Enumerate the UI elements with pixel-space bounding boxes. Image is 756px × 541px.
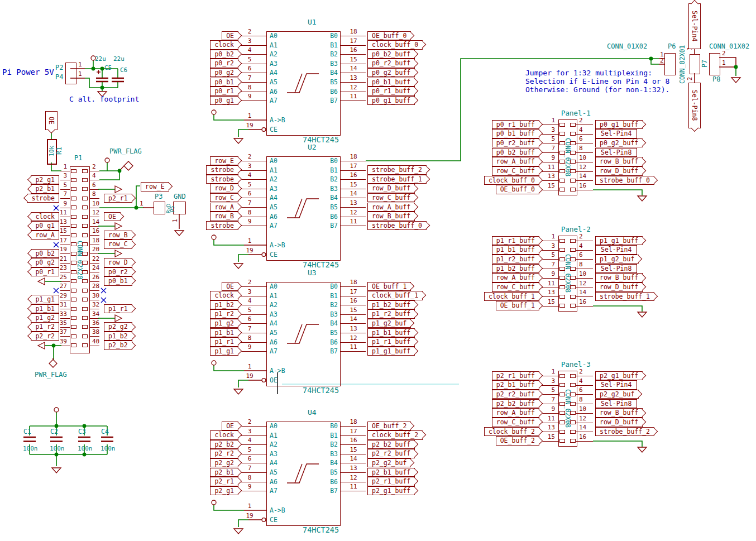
net-label[interactable]: row_E xyxy=(210,156,238,166)
net-label[interactable]: p1_g1_buff xyxy=(367,347,415,356)
net-label[interactable]: p1_r2 xyxy=(210,309,238,319)
net-label[interactable]: clock_buff_0 xyxy=(484,176,539,185)
net-label[interactable]: p0_b1 xyxy=(210,78,238,87)
net-label[interactable]: strobe_buff_0 xyxy=(595,176,654,185)
net-label[interactable]: row_B xyxy=(210,212,238,221)
net-label[interactable]: OE_buff_1 xyxy=(367,282,411,291)
net-label[interactable]: p2_r1_buff xyxy=(367,477,415,486)
net-label[interactable]: Sel-Pin8 xyxy=(595,399,637,409)
sel-pin8-global-label[interactable]: Sel-Pin8 xyxy=(688,83,701,128)
net-label[interactable]: p1_g2_buf xyxy=(595,255,639,264)
net-label[interactable]: p2_b1 xyxy=(31,184,59,194)
net-label[interactable]: p1_b2_buff xyxy=(367,300,415,310)
net-label[interactable]: p0_b1_buff xyxy=(492,129,539,138)
net-label[interactable]: clock_buff_1 xyxy=(484,292,539,301)
net-label[interactable]: row_A_buff xyxy=(492,157,539,166)
net-label[interactable]: p1_b1 xyxy=(210,328,238,338)
net-label[interactable]: clock xyxy=(210,40,238,50)
net-label[interactable]: row_B xyxy=(104,231,132,240)
net-label[interactable]: row_C_buff xyxy=(492,283,539,292)
net-label[interactable]: p1_b2 xyxy=(104,332,132,341)
net-label[interactable]: p0_g2 xyxy=(31,258,59,267)
net-label[interactable]: p0_b2 xyxy=(210,50,238,59)
net-label[interactable]: Sel-Pin8 xyxy=(595,148,637,157)
net-label[interactable]: p1_b1 xyxy=(31,304,59,314)
net-label[interactable]: p0_r2 xyxy=(104,267,132,277)
net-label[interactable]: row_A xyxy=(31,231,59,240)
net-label[interactable]: OE_buff_1 xyxy=(496,301,539,310)
net-label[interactable]: p0_b1 xyxy=(104,276,132,286)
net-label[interactable]: p2_r1 xyxy=(210,477,238,486)
net-label[interactable]: p2_b1 xyxy=(210,468,238,477)
net-label[interactable]: strobe_buff_0 xyxy=(367,221,427,231)
net-label[interactable]: p0_r1 xyxy=(31,267,59,277)
net-label[interactable]: p1_g1 xyxy=(31,295,59,304)
net-label[interactable]: strobe xyxy=(206,221,238,231)
net-label[interactable]: row_C xyxy=(104,240,132,249)
net-label[interactable]: p0_b1_buff xyxy=(367,78,415,87)
net-label[interactable]: OE_buff_0 xyxy=(367,31,411,41)
net-label[interactable]: p2_b2_buff xyxy=(367,440,415,449)
net-label[interactable]: row_D_buff xyxy=(595,283,643,292)
net-label[interactable]: row_B_buff xyxy=(595,273,643,283)
net-label[interactable]: strobe_buff_2 xyxy=(367,165,427,175)
net-label[interactable]: p0_g1_buff xyxy=(367,96,415,106)
net-label[interactable]: clock xyxy=(31,212,59,222)
net-label[interactable]: p1_r1_buff xyxy=(492,236,539,246)
net-label[interactable]: p1_b1_buff xyxy=(367,328,415,338)
net-label[interactable]: p0_g2_buff xyxy=(595,138,643,148)
panel-body[interactable]: CONN_02X08 xyxy=(558,236,577,312)
net-label[interactable]: p2_r1 xyxy=(104,194,132,203)
net-label[interactable]: p1_g2 xyxy=(210,319,238,328)
net-label[interactable]: p2_g1_buff xyxy=(367,486,415,496)
net-label[interactable]: row_D xyxy=(104,258,132,267)
net-label[interactable]: strobe xyxy=(27,194,59,203)
net-label[interactable]: clock_buff_1 xyxy=(367,291,423,300)
net-label[interactable]: strobe_buff_2 xyxy=(595,427,654,437)
net-label[interactable]: clock xyxy=(210,430,238,440)
net-label[interactable]: row_C xyxy=(210,193,238,203)
net-label[interactable]: p2_r2_buff xyxy=(367,449,415,458)
net-label[interactable]: p1_r2_buff xyxy=(492,255,539,264)
net-label[interactable]: Sel-Pin4 xyxy=(595,129,637,138)
net-label[interactable]: strobe_buff_1 xyxy=(595,292,654,301)
net-label[interactable]: p1_r2 xyxy=(31,322,59,332)
p8-body[interactable] xyxy=(709,53,720,75)
net-label[interactable]: row_D_buff xyxy=(367,184,415,193)
net-label[interactable]: p2_g1 xyxy=(31,175,59,185)
net-label[interactable]: strobe xyxy=(206,175,238,184)
p2-p4-connector-body[interactable] xyxy=(65,63,76,84)
net-label[interactable]: row_D_buff xyxy=(595,166,643,176)
p6-body[interactable] xyxy=(664,53,676,75)
net-label[interactable]: p2_r2 xyxy=(31,332,59,341)
net-label[interactable]: clock_buff_0 xyxy=(367,40,423,50)
panel-body[interactable]: CONN_02X08 xyxy=(558,371,577,447)
net-label[interactable]: p1_g2_buf xyxy=(367,319,411,328)
net-label[interactable]: p0_b2_buff xyxy=(492,148,539,157)
net-label[interactable]: p2_b1_buff xyxy=(367,468,415,477)
net-label[interactable]: p0_g1 xyxy=(210,96,238,106)
net-label[interactable]: p0_g2 xyxy=(210,68,238,78)
net-label[interactable]: OE xyxy=(222,282,238,291)
net-label[interactable]: p1_g1 xyxy=(210,347,238,356)
net-label[interactable]: p1_r1 xyxy=(104,304,132,314)
sel-pin4-global-label[interactable]: Sel-Pin4 xyxy=(688,3,701,49)
net-label[interactable]: row_D_buff xyxy=(595,418,643,427)
net-label[interactable]: p0_b2 xyxy=(31,249,59,258)
net-label[interactable]: OE xyxy=(222,31,238,41)
p3-connector-body[interactable] xyxy=(154,202,165,214)
net-label[interactable]: p2_g2_buf xyxy=(595,390,639,399)
net-label[interactable]: row_A_buff xyxy=(492,273,539,283)
net-label[interactable]: p1_r1_buff xyxy=(367,337,415,347)
net-label[interactable]: clock xyxy=(210,291,238,300)
net-label[interactable]: Sel-Pin4 xyxy=(595,380,637,390)
net-label[interactable]: p2_g2 xyxy=(210,458,238,468)
net-label[interactable]: row_B_buff xyxy=(367,212,415,221)
net-label[interactable]: p0_r2_buff xyxy=(367,59,415,68)
net-label[interactable]: p2_g1 xyxy=(210,486,238,496)
net-label[interactable]: p2_g1_buff xyxy=(595,371,643,381)
net-label[interactable]: OE xyxy=(104,212,121,222)
net-label[interactable]: row_A_buff xyxy=(367,203,415,212)
net-label[interactable]: p1_b1_buff xyxy=(492,245,539,255)
net-label[interactable]: p0_r1_buff xyxy=(492,120,539,130)
